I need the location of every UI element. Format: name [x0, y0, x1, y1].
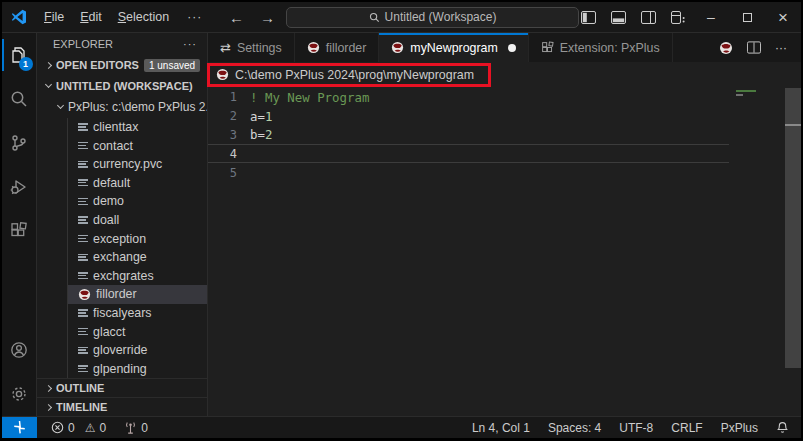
- file-label: exchgrates: [93, 269, 154, 283]
- pxplus-status-count: 0: [141, 421, 148, 435]
- file-row-exception[interactable]: exception: [68, 229, 207, 248]
- file-row-exchgrates[interactable]: exchgrates: [68, 266, 207, 285]
- tab-settings[interactable]: ⇄ Settings: [208, 33, 295, 62]
- file-row-glpending[interactable]: glpending: [68, 359, 207, 378]
- settings-gear-icon[interactable]: [2, 372, 37, 416]
- code-line[interactable]: 5: [208, 163, 729, 182]
- status-ln-4-col-1[interactable]: Ln 4, Col 1: [463, 421, 539, 435]
- file-label: contact: [93, 139, 133, 153]
- file-row-demo[interactable]: demo: [68, 192, 207, 211]
- menu-file[interactable]: File: [36, 7, 72, 27]
- search-view-icon[interactable]: [2, 77, 37, 121]
- folder-label: PxPlus: c:\demo PxPlus 2...: [68, 100, 208, 114]
- menu-bar: FileEditSelection: [36, 7, 177, 27]
- file-icon: [78, 161, 88, 168]
- folder-pxplus[interactable]: PxPlus: c:\demo PxPlus 2...: [37, 97, 207, 118]
- outline-section[interactable]: OUTLINE: [37, 378, 207, 397]
- search-icon: [369, 12, 380, 23]
- close-button[interactable]: ×: [765, 2, 801, 32]
- menu-selection[interactable]: Selection: [110, 7, 177, 27]
- tab-label: myNewprogram: [410, 41, 497, 55]
- file-row-doall[interactable]: doall: [68, 211, 207, 230]
- file-row-fiscalyears[interactable]: fiscalyears: [68, 304, 207, 323]
- split-editor-icon[interactable]: [747, 41, 761, 54]
- toggle-panel-icon[interactable]: [603, 2, 633, 32]
- pxplus-run-icon[interactable]: [719, 41, 733, 55]
- file-label: glpending: [93, 362, 147, 376]
- workspace-label: UNTITLED (WORKSPACE): [56, 80, 193, 92]
- code-line[interactable]: 2 a=1: [208, 107, 729, 126]
- sliders-icon: ⇄: [220, 40, 231, 55]
- command-center-search[interactable]: Untitled (Workspace): [286, 7, 579, 28]
- extensions-icon[interactable]: [2, 209, 37, 253]
- file-icon: [78, 235, 88, 242]
- editor-more-actions[interactable]: ···: [775, 41, 787, 55]
- tab-extension-pxplus[interactable]: Extension: PxPlus: [529, 33, 673, 62]
- maximize-button[interactable]: [729, 2, 765, 32]
- nav-forward-button[interactable]: →: [255, 9, 280, 26]
- extension-icon: [541, 41, 554, 54]
- code-line[interactable]: 3 b=2: [208, 126, 729, 145]
- code-area[interactable]: 1 ! My New Program 2 a=1 3 b=2 4 5: [208, 87, 729, 416]
- file-icon: [78, 365, 88, 372]
- menu-overflow-button[interactable]: ···: [179, 7, 210, 27]
- remote-indicator[interactable]: [2, 417, 37, 438]
- file-icon: [78, 216, 88, 223]
- status-crlf[interactable]: CRLF: [662, 421, 711, 435]
- file-row-exchange[interactable]: exchange: [68, 248, 207, 267]
- file-label: exception: [93, 232, 146, 246]
- timeline-section[interactable]: TIMELINE: [37, 397, 207, 416]
- sidebar-more-actions[interactable]: ···: [183, 38, 197, 50]
- file-label: clienttax: [93, 120, 138, 134]
- status-utf-8[interactable]: UTF-8: [610, 421, 662, 435]
- file-icon: [78, 328, 88, 335]
- warning-count: 0: [99, 421, 106, 435]
- menu-edit[interactable]: Edit: [72, 7, 110, 27]
- nav-back-button[interactable]: ←: [224, 9, 249, 26]
- status-pxplus[interactable]: PxPlus: [712, 421, 767, 435]
- command-center-label: Untitled (Workspace): [385, 10, 497, 24]
- file-row-glacct[interactable]: glacct: [68, 322, 207, 341]
- accounts-icon[interactable]: [2, 328, 37, 372]
- file-row-fillorder[interactable]: fillorder: [68, 285, 207, 304]
- error-count: 0: [68, 421, 75, 435]
- pxplus-icon: [391, 41, 404, 54]
- status-spaces-4[interactable]: Spaces: 4: [539, 421, 610, 435]
- editor[interactable]: 1 ! My New Program 2 a=1 3 b=2 4 5: [208, 87, 801, 416]
- breadcrumb-path[interactable]: C:\demo PxPlus 2024\prog\myNewprogram: [235, 68, 474, 82]
- file-row-currency.pvc[interactable]: currency.pvc: [68, 155, 207, 174]
- line-text: b=2: [250, 127, 272, 142]
- file-icon: [78, 142, 88, 149]
- file-row-default[interactable]: default: [68, 173, 207, 192]
- explorer-icon[interactable]: 1: [2, 33, 37, 77]
- run-debug-icon[interactable]: [2, 165, 37, 209]
- file-label: doall: [93, 213, 119, 227]
- tab-fillorder[interactable]: fillorder: [295, 33, 380, 62]
- minimize-button[interactable]: –: [693, 2, 729, 32]
- tab-mynewprogram[interactable]: myNewprogram: [379, 33, 528, 62]
- activity-bar: 1: [2, 33, 37, 416]
- code-line[interactable]: 4: [208, 144, 729, 163]
- line-text: ! My New Program: [250, 90, 369, 105]
- file-tree: clienttax contact currency.pvc default d…: [67, 118, 207, 378]
- file-row-clienttax[interactable]: clienttax: [68, 118, 207, 137]
- editor-scrollbar[interactable]: [784, 87, 801, 416]
- file-row-contact[interactable]: contact: [68, 136, 207, 155]
- file-icon: [78, 179, 88, 186]
- explorer-sidebar: EXPLORER ··· OPEN EDITORS 1 unsaved UNTI…: [37, 33, 208, 416]
- tab-label: fillorder: [326, 41, 367, 55]
- tab-label: Settings: [237, 41, 282, 55]
- open-editors-section[interactable]: OPEN EDITORS 1 unsaved: [37, 55, 207, 76]
- workspace-section[interactable]: UNTITLED (WORKSPACE): [37, 76, 207, 97]
- problems-status[interactable]: 0 ⚠ 0: [47, 421, 110, 435]
- source-control-icon[interactable]: [2, 121, 37, 165]
- file-row-gloverride[interactable]: gloverride: [68, 341, 207, 360]
- notifications-bell-icon[interactable]: [767, 421, 793, 434]
- code-line[interactable]: 1 ! My New Program: [208, 88, 729, 107]
- file-label: glacct: [93, 325, 125, 339]
- pxplus-status[interactable]: 0: [120, 421, 152, 435]
- toggle-secondary-sidebar-icon[interactable]: [633, 2, 663, 32]
- customize-layout-icon[interactable]: [663, 2, 693, 32]
- modified-dot[interactable]: [508, 44, 516, 52]
- minimap[interactable]: [729, 87, 784, 416]
